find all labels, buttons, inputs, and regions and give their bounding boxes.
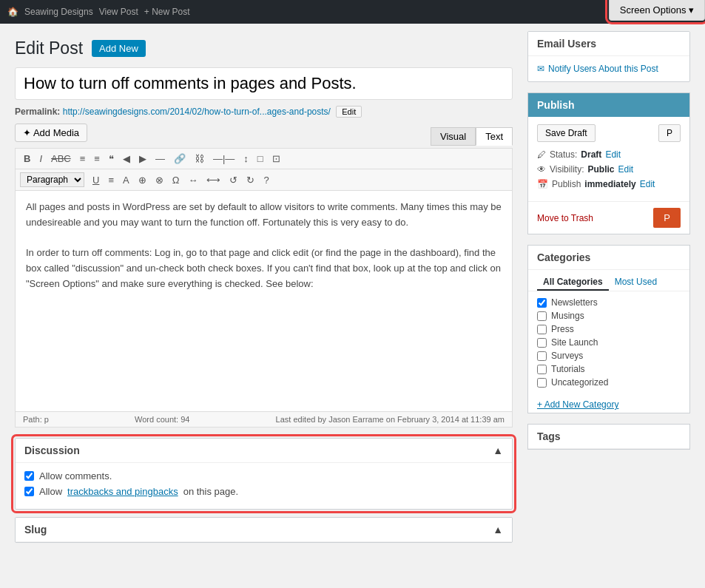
cat-musings: Musings xyxy=(537,311,681,321)
permalink-url[interactable]: http://seawingdesigns.com/2014/02/how-to… xyxy=(63,107,331,117)
align-full-button[interactable]: ≡ xyxy=(104,173,118,187)
cat-site-launch: Site Launch xyxy=(537,337,681,348)
strikethrough-button[interactable]: ABC xyxy=(47,152,75,166)
categories-box: Categories All Categories Most Used News… xyxy=(527,245,690,413)
toolbar-row-1: B I ABC ≡ ≡ ❝ ◀ ▶ — 🔗 ⛓ —|— ↕ □ ⊡ xyxy=(15,148,513,169)
redo-button[interactable]: ↻ xyxy=(243,173,258,187)
align-right-button[interactable]: — xyxy=(152,152,169,166)
underline-button[interactable]: U xyxy=(89,173,103,187)
visual-tab[interactable]: Visual xyxy=(431,127,476,146)
undo-button[interactable]: ↺ xyxy=(226,173,241,187)
distraction-free-button[interactable]: ↕ xyxy=(240,152,252,166)
preview-button[interactable]: P xyxy=(658,124,681,142)
new-post: + New Post xyxy=(144,7,190,17)
cat-press-label: Press xyxy=(551,324,574,334)
cat-musings-checkbox[interactable] xyxy=(537,311,547,321)
cat-press-checkbox[interactable] xyxy=(537,325,547,334)
ol-button[interactable]: ≡ xyxy=(90,152,104,166)
cat-surveys-checkbox[interactable] xyxy=(537,351,547,361)
cat-uncategorized-checkbox[interactable] xyxy=(537,378,547,388)
tags-box: Tags xyxy=(527,424,690,450)
cat-surveys-label: Surveys xyxy=(551,351,583,361)
notify-users-link[interactable]: ✉ Notify Users About this Post xyxy=(537,64,681,74)
format-select[interactable]: Paragraph xyxy=(20,172,84,187)
save-draft-button[interactable]: Save Draft xyxy=(537,124,596,142)
discussion-box: Discussion ▲ Allow comments. Allow track… xyxy=(15,438,513,510)
publish-btn-row: Save Draft P xyxy=(537,124,681,142)
email-users-content: ✉ Notify Users About this Post xyxy=(528,56,689,81)
cat-tutorials-checkbox[interactable] xyxy=(537,365,547,374)
sidebar: Email Users ✉ Notify Users About this Po… xyxy=(527,31,690,543)
permalink-edit-button[interactable]: Edit xyxy=(336,106,362,118)
publish-header: Publish xyxy=(528,93,689,117)
special-char-button[interactable]: Ω xyxy=(169,173,183,187)
site-name: Seawing Designs xyxy=(24,7,93,17)
discussion-title: Discussion xyxy=(24,445,80,456)
admin-bar: 🏠 Seawing Designs View Post + New Post xyxy=(0,0,705,24)
status-value: Draft xyxy=(581,149,601,160)
move-to-trash-link[interactable]: Move to Trash xyxy=(537,213,593,223)
allow-comments-label: Allow comments. xyxy=(39,470,112,481)
cat-site-launch-label: Site Launch xyxy=(551,337,598,348)
allow-trackbacks-checkbox[interactable] xyxy=(24,487,34,496)
align-left-button[interactable]: ◀ xyxy=(119,152,134,166)
cat-newsletters-checkbox[interactable] xyxy=(537,298,547,308)
visibility-row: 👁 Visibility: Public Edit xyxy=(537,164,681,175)
text-color-button[interactable]: A xyxy=(119,173,133,187)
text-tab[interactable]: Text xyxy=(476,127,513,146)
cat-newsletters-label: Newsletters xyxy=(551,297,598,308)
permalink-label: Permalink: xyxy=(15,107,60,117)
word-count: Word count: 94 xyxy=(135,415,189,424)
status-icon: 🖊 xyxy=(537,149,546,160)
visibility-label: Visibility: xyxy=(550,164,584,175)
post-title-input[interactable] xyxy=(15,67,513,100)
ul-button[interactable]: ≡ xyxy=(76,152,90,166)
fullscreen-button[interactable]: □ xyxy=(254,152,267,166)
email-users-header: Email Users xyxy=(528,32,689,56)
unlink-button[interactable]: ⛓ xyxy=(191,152,208,166)
outdent-button[interactable]: ↔ xyxy=(184,173,201,187)
paste-text-button[interactable]: ⊕ xyxy=(135,173,150,187)
page-title: Edit Post xyxy=(15,38,83,58)
email-icon: ✉ xyxy=(537,64,544,74)
allow-comments-checkbox[interactable] xyxy=(24,471,34,481)
slug-toggle-icon: ▲ xyxy=(493,524,503,535)
add-new-button[interactable]: Add New xyxy=(92,40,146,57)
all-categories-tab[interactable]: All Categories xyxy=(537,274,609,291)
editor-para-1: All pages and posts in WordPress are set… xyxy=(26,200,502,231)
insert-more-button[interactable]: —|— xyxy=(209,152,238,166)
editor-area[interactable]: All pages and posts in WordPress are set… xyxy=(15,190,513,412)
status-edit-link[interactable]: Edit xyxy=(605,149,621,160)
page-title-row: Edit Post Add New xyxy=(15,31,513,67)
italic-button[interactable]: I xyxy=(36,152,46,166)
screen-options-annotation: Screen Options ▾ xyxy=(609,0,705,21)
trackbacks-link[interactable]: trackbacks and pingbacks xyxy=(67,486,178,497)
add-media-button[interactable]: ✦ Add Media xyxy=(15,124,87,142)
blockquote-button[interactable]: ❝ xyxy=(105,152,118,166)
publish-label: Publish xyxy=(552,179,581,189)
publish-value: immediately xyxy=(584,179,635,189)
align-center-button[interactable]: ▶ xyxy=(135,152,150,166)
screen-options-wrap: Screen Options ▾ xyxy=(609,0,705,21)
cat-site-launch-checkbox[interactable] xyxy=(537,338,547,348)
most-used-tab[interactable]: Most Used xyxy=(609,274,663,291)
link-button[interactable]: 🔗 xyxy=(170,152,189,166)
visibility-edit-link[interactable]: Edit xyxy=(618,164,633,175)
category-list: Newsletters Musings Press Site Launch xyxy=(528,291,689,396)
publish-edit-link[interactable]: Edit xyxy=(640,179,655,189)
bold-button[interactable]: B xyxy=(20,152,34,166)
slug-title: Slug xyxy=(24,524,47,535)
discussion-header[interactable]: Discussion ▲ xyxy=(16,439,512,463)
indent-button[interactable]: ⟷ xyxy=(203,173,224,187)
screen-options-button[interactable]: Screen Options ▾ xyxy=(609,0,705,21)
view-post: View Post xyxy=(99,7,138,17)
help-button[interactable]: ? xyxy=(260,173,272,187)
add-new-category-link[interactable]: + Add New Category xyxy=(528,396,689,413)
show-hide-button[interactable]: ⊡ xyxy=(269,152,284,166)
discussion-content: Allow comments. Allow trackbacks and pin… xyxy=(16,463,512,509)
paste-word-button[interactable]: ⊗ xyxy=(152,173,167,187)
trackbacks-suffix: on this page. xyxy=(183,486,238,497)
publish-button[interactable]: P xyxy=(653,208,681,228)
slug-header[interactable]: Slug ▲ xyxy=(16,518,512,542)
cat-tutorials: Tutorials xyxy=(537,364,681,374)
